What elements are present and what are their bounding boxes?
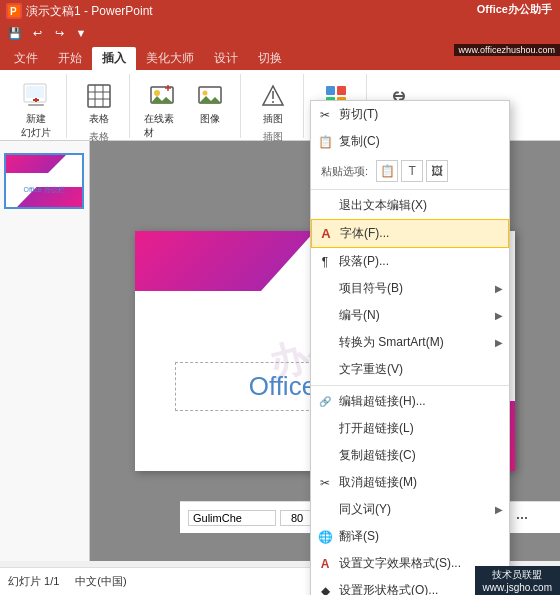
menu-font[interactable]: A 字体(F)... <box>311 219 509 248</box>
tab-transition[interactable]: 切换 <box>248 47 292 70</box>
image-button[interactable]: 图像 <box>188 78 232 128</box>
ribbon-group-slide: 新建幻灯片 幻灯片 <box>6 74 67 138</box>
numbering-arrow: ▶ <box>495 310 503 321</box>
edit-hyperlink-icon: 🔗 <box>317 394 333 410</box>
menu-text-overlap[interactable]: 文字重迭(V) <box>311 356 509 383</box>
translate-icon: 🌐 <box>317 529 333 545</box>
font-size-value: 80 <box>280 510 314 526</box>
menu-open-hyperlink[interactable]: 打开超链接(L) <box>311 415 509 442</box>
undo-quick-btn[interactable]: ↩ <box>28 24 46 42</box>
table-label: 表格 <box>89 112 109 126</box>
ribbon-group-table: 表格 表格 <box>69 74 130 138</box>
website-top-badge: www.officezhushou.com <box>454 44 560 56</box>
online-material-button[interactable]: 在线素材 <box>140 78 184 142</box>
app-title: 演示文稿1 - PowerPoint <box>26 3 153 20</box>
save-quick-btn[interactable]: 💾 <box>6 24 24 42</box>
slide-thumbnail[interactable]: Office 办公栏 <box>4 153 84 209</box>
ribbon-group-slide-items: 新建幻灯片 <box>14 76 58 142</box>
svg-point-17 <box>203 91 208 96</box>
text-effect-icon: A <box>317 556 333 572</box>
slide-thumbnail-container: 1 Office 办公栏 <box>4 153 85 209</box>
more-format-icon[interactable]: ⋯ <box>514 509 530 527</box>
redo-quick-btn[interactable]: ↪ <box>50 24 68 42</box>
menu-paragraph[interactable]: ¶ 段落(P)... <box>311 248 509 275</box>
synonym-arrow: ▶ <box>495 504 503 515</box>
website-bottom-badge: 技术员联盟 www.jsgho.com <box>475 566 560 595</box>
illustration-label: 插图 <box>263 112 283 126</box>
online-material-label: 在线素材 <box>144 112 180 140</box>
ribbon-group-images: 在线素材 图像 图像 <box>132 74 241 138</box>
svg-point-13 <box>154 90 160 96</box>
illustration-button[interactable]: 插图 <box>251 78 295 128</box>
tab-insert[interactable]: 插入 <box>92 47 136 70</box>
tab-meihudashi[interactable]: 美化大师 <box>136 47 204 70</box>
bullets-arrow: ▶ <box>495 283 503 294</box>
font-name-label: GulimChe <box>188 510 276 526</box>
new-slide-label: 新建幻灯片 <box>21 112 51 140</box>
ribbon-group-illustrations: 插图 插图 <box>243 74 304 138</box>
copy-icon: 📋 <box>317 134 333 150</box>
svg-rect-21 <box>326 86 335 95</box>
menu-bullets[interactable]: 项目符号(B) ▶ <box>311 275 509 302</box>
separator-2 <box>311 385 509 386</box>
tab-design[interactable]: 设计 <box>204 47 248 70</box>
menu-paste-options: 粘贴选项: 📋 T 🖼 <box>311 155 509 187</box>
menu-smartart[interactable]: 转换为 SmartArt(M) ▶ <box>311 329 509 356</box>
paragraph-icon: ¶ <box>317 254 333 270</box>
separator-1 <box>311 189 509 190</box>
online-material-icon <box>146 80 178 112</box>
svg-rect-22 <box>337 86 346 95</box>
illustration-icon <box>257 80 289 112</box>
svg-rect-4 <box>28 104 44 106</box>
svg-rect-3 <box>26 86 44 98</box>
new-slide-button[interactable]: 新建幻灯片 <box>14 78 58 142</box>
menu-synonym[interactable]: 同义词(Y) ▶ <box>311 496 509 523</box>
paste-option-1[interactable]: 📋 <box>376 160 398 182</box>
app-icon: P <box>6 3 22 19</box>
svg-text:P: P <box>10 6 17 17</box>
menu-copy[interactable]: 📋 复制(C) <box>311 128 509 155</box>
menu-numbering[interactable]: 编号(N) ▶ <box>311 302 509 329</box>
menu-copy-hyperlink[interactable]: 复制超链接(C) <box>311 442 509 469</box>
image-label: 图像 <box>200 112 220 126</box>
context-menu: ✂ 剪切(T) 📋 复制(C) 粘贴选项: 📋 T 🖼 退出文本编辑(X) A … <box>310 100 510 595</box>
quick-toolbar-more[interactable]: ▼ <box>72 24 90 42</box>
new-slide-icon <box>20 80 52 112</box>
paste-option-2[interactable]: T <box>401 160 423 182</box>
website-bottom-url: www.jsgho.com <box>483 582 552 593</box>
paste-option-3[interactable]: 🖼 <box>426 160 448 182</box>
slide-deco-top-left <box>135 231 315 291</box>
title-bar-left: P 演示文稿1 - PowerPoint <box>6 3 153 20</box>
cut-icon: ✂ <box>317 107 333 123</box>
svg-point-20 <box>272 101 274 103</box>
table-button[interactable]: 表格 <box>77 78 121 128</box>
menu-translate[interactable]: 🌐 翻译(S) <box>311 523 509 550</box>
office-assistant-badge: Office办公助手 <box>469 0 560 19</box>
tab-home[interactable]: 开始 <box>48 47 92 70</box>
shape-format-icon: ◆ <box>317 583 333 596</box>
image-icon <box>194 80 226 112</box>
menu-cut[interactable]: ✂ 剪切(T) <box>311 101 509 128</box>
language-info: 中文(中国) <box>75 574 126 589</box>
quick-access-toolbar: 💾 ↩ ↪ ▼ <box>0 22 560 44</box>
slide-info: 幻灯片 1/1 <box>8 574 59 589</box>
svg-rect-7 <box>88 85 110 107</box>
font-icon: A <box>318 226 334 242</box>
menu-exit-text-edit[interactable]: 退出文本编辑(X) <box>311 192 509 219</box>
menu-edit-hyperlink[interactable]: 🔗 编辑超链接(H)... <box>311 388 509 415</box>
menu-remove-hyperlink[interactable]: ✂ 取消超链接(M) <box>311 469 509 496</box>
smartart-arrow: ▶ <box>495 337 503 348</box>
slide-panel: 1 Office 办公栏 <box>0 141 90 561</box>
tab-file[interactable]: 文件 <box>4 47 48 70</box>
remove-hyperlink-icon: ✂ <box>317 475 333 491</box>
website-bottom-title: 技术员联盟 <box>483 568 552 582</box>
table-icon <box>83 80 115 112</box>
